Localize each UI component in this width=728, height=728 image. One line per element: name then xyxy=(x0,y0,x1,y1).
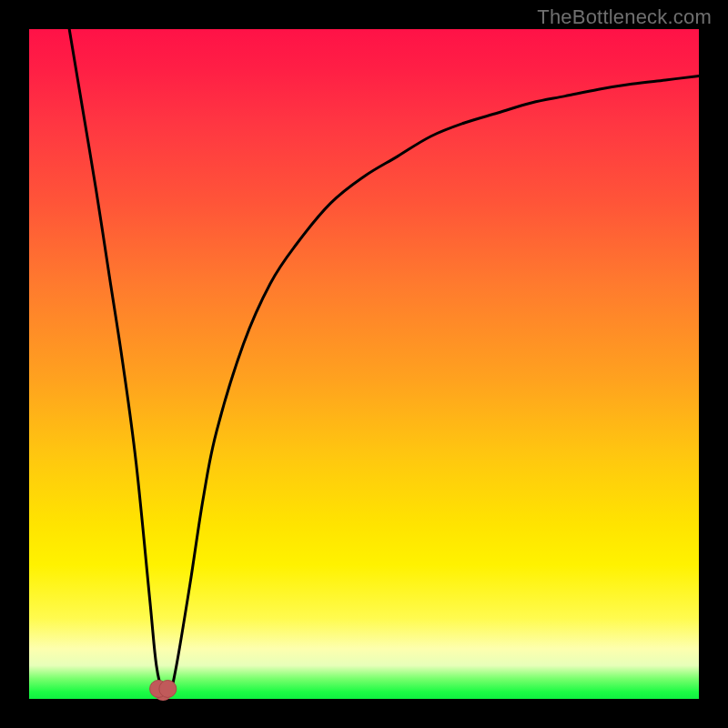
minimum-markers xyxy=(150,680,177,697)
bottleneck-curve xyxy=(69,29,699,696)
chart-frame: TheBottleneck.com xyxy=(0,0,728,728)
watermark-text: TheBottleneck.com xyxy=(537,5,712,29)
curve-layer xyxy=(29,29,699,699)
curve-path xyxy=(69,29,699,696)
plot-area xyxy=(29,29,699,699)
minimum-marker xyxy=(159,680,177,697)
